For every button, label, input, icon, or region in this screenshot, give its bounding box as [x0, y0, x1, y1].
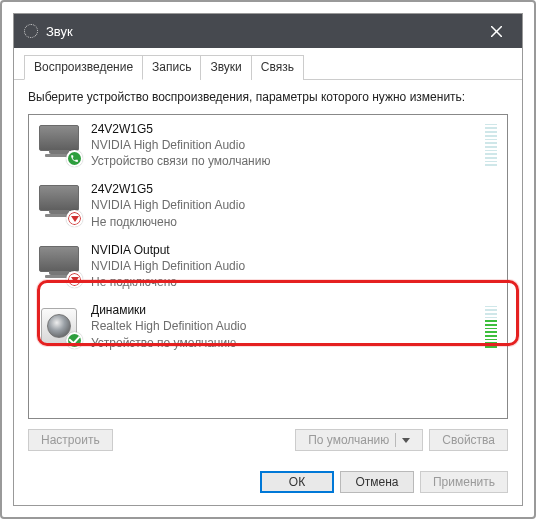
- device-status: Не подключено: [91, 274, 497, 290]
- disconnected-badge-icon: [66, 271, 83, 288]
- close-icon: [491, 26, 502, 37]
- monitor-icon: [37, 246, 81, 286]
- sound-dialog: Звук Воспроизведение Запись Звуки Связь …: [13, 13, 523, 506]
- tab-communications[interactable]: Связь: [251, 55, 304, 80]
- instruction-text: Выберите устройство воспроизведения, пар…: [28, 90, 508, 106]
- device-item[interactable]: NVIDIA Output NVIDIA High Definition Aud…: [29, 236, 507, 297]
- device-item[interactable]: 24V2W1G5 NVIDIA High Definition Audio Ус…: [29, 115, 507, 176]
- monitor-icon: [37, 185, 81, 225]
- device-driver: NVIDIA High Definition Audio: [91, 197, 497, 213]
- apply-button: Применить: [420, 471, 508, 493]
- disconnected-badge-icon: [66, 210, 83, 227]
- device-list[interactable]: 24V2W1G5 NVIDIA High Definition Audio Ус…: [28, 114, 508, 419]
- configure-button: Настроить: [28, 429, 113, 451]
- ok-button[interactable]: ОК: [260, 471, 334, 493]
- chevron-down-icon: [402, 438, 410, 443]
- properties-button: Свойства: [429, 429, 508, 451]
- sound-icon: [24, 24, 38, 38]
- cancel-button[interactable]: Отмена: [340, 471, 414, 493]
- level-meter: [485, 306, 497, 348]
- monitor-icon: [37, 125, 81, 165]
- set-default-button: По умолчанию: [295, 429, 423, 451]
- device-driver: NVIDIA High Definition Audio: [91, 258, 497, 274]
- tab-sounds[interactable]: Звуки: [200, 55, 251, 80]
- close-button[interactable]: [474, 14, 518, 48]
- set-default-label: По умолчанию: [308, 433, 389, 447]
- device-status: Устройство связи по умолчанию: [91, 153, 475, 169]
- speaker-icon: [37, 307, 81, 347]
- level-meter: [485, 124, 497, 166]
- device-status: Не подключено: [91, 214, 497, 230]
- check-badge-icon: [66, 332, 83, 349]
- device-name: 24V2W1G5: [91, 121, 475, 137]
- device-name: 24V2W1G5: [91, 181, 497, 197]
- device-driver: Realtek High Definition Audio: [91, 318, 475, 334]
- device-item[interactable]: 24V2W1G5 NVIDIA High Definition Audio Не…: [29, 175, 507, 236]
- device-status: Устройство по умолчанию: [91, 335, 475, 351]
- titlebar: Звук: [14, 14, 522, 48]
- phone-badge-icon: [66, 150, 83, 167]
- tab-recording[interactable]: Запись: [142, 55, 201, 80]
- window-title: Звук: [46, 24, 474, 39]
- tab-playback[interactable]: Воспроизведение: [24, 55, 143, 80]
- device-driver: NVIDIA High Definition Audio: [91, 137, 475, 153]
- device-item[interactable]: Динамики Realtek High Definition Audio У…: [29, 296, 507, 357]
- device-name: NVIDIA Output: [91, 242, 497, 258]
- device-name: Динамики: [91, 302, 475, 318]
- tab-strip: Воспроизведение Запись Звуки Связь: [14, 48, 522, 80]
